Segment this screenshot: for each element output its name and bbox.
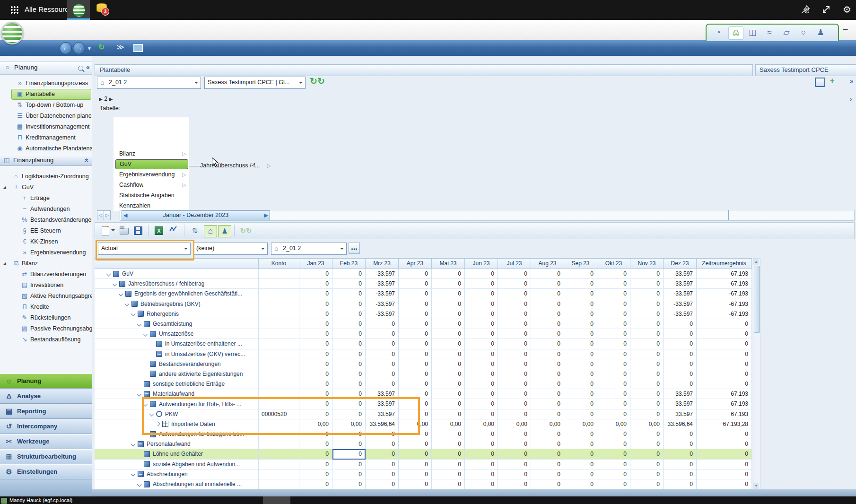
grid-cell[interactable]: 0 xyxy=(630,460,664,469)
grid-cell[interactable]: 0,00 xyxy=(531,419,564,429)
grid-cell[interactable]: 0 xyxy=(366,339,399,349)
column-header-jan-23[interactable]: Jan 23 xyxy=(299,259,332,269)
period-next-icon[interactable]: ▷ xyxy=(104,210,111,220)
grid-row-label[interactable]: Abschreibungen xyxy=(95,469,259,479)
grid-cell[interactable]: 0 xyxy=(564,309,597,319)
grid-cell[interactable]: 0 xyxy=(399,349,432,359)
grid-cell[interactable]: 0 xyxy=(399,429,432,439)
nav-menu-item-bilanz[interactable]: Bilanz▷ xyxy=(115,149,187,159)
grid-cell[interactable]: 0 xyxy=(564,359,597,369)
grid-cell[interactable]: 0 xyxy=(465,460,498,469)
search-icon[interactable] xyxy=(78,66,83,71)
sidebar-tree-item-bestandsauflösung[interactable]: ↘Bestandsauflösung xyxy=(0,334,92,345)
grid-cell[interactable]: 0 xyxy=(531,299,564,309)
grid-cell[interactable]: 0 xyxy=(432,469,465,479)
grid-cell[interactable]: 0,00 xyxy=(299,419,332,429)
grid-cell[interactable]: 0 xyxy=(332,299,366,309)
grid-cell[interactable]: 33.597 xyxy=(366,399,399,409)
grid-cell[interactable]: 0 xyxy=(465,369,498,379)
grid-cell[interactable]: 0 xyxy=(465,299,498,309)
home-view-icon[interactable]: ⌂ xyxy=(204,225,217,237)
grid-cell[interactable]: 0 xyxy=(597,449,630,459)
grid-cell[interactable]: 0 xyxy=(630,309,664,319)
back-icon[interactable]: ← xyxy=(60,42,72,54)
grid-cell[interactable]: 0 xyxy=(597,429,630,439)
grid-cell[interactable]: 0 xyxy=(332,349,366,359)
grid-cell[interactable]: 0 xyxy=(366,349,399,359)
sidebar-item-top-down-bottom-up[interactable]: ⇅Top-down / Bottom-up xyxy=(0,100,92,110)
grid-cell-konto[interactable] xyxy=(259,339,299,349)
grid-cell-total[interactable]: 0 xyxy=(697,349,752,359)
grid-cell[interactable]: 0 xyxy=(399,319,432,329)
grid-cell[interactable]: 0 xyxy=(531,469,564,479)
grid-cell[interactable]: 0 xyxy=(498,460,531,469)
allocation-dropdown[interactable]: (keine) xyxy=(193,243,268,255)
grid-cell[interactable]: 0 xyxy=(597,349,630,359)
sidebar-item-kreditmanagement[interactable]: ΠKreditmanagement xyxy=(0,132,92,143)
sidebar-item-automatische-plandatenanbi[interactable]: ◉Automatische Plandatenanbi... xyxy=(0,143,92,154)
grid-cell[interactable]: 0 xyxy=(630,389,664,399)
grid-cell[interactable]: 0 xyxy=(332,289,366,299)
grid-row-label[interactable]: sonstige betriebliche Erträge xyxy=(95,379,259,389)
grid-cell[interactable]: 0 xyxy=(630,269,664,279)
grid-cell-total[interactable]: -67.193 xyxy=(697,289,752,299)
grid-cell[interactable]: 0 xyxy=(664,379,697,389)
grid-cell[interactable]: 0 xyxy=(498,449,531,459)
column-header-zeitraumergebnis[interactable]: Zeitraumergebnis xyxy=(697,259,752,269)
apps-grid-icon[interactable] xyxy=(10,6,19,14)
grid-cell[interactable]: 0 xyxy=(366,359,399,369)
grid-cell[interactable]: 0 xyxy=(597,379,630,389)
grid-cell[interactable]: 0 xyxy=(465,279,498,289)
grid-cell[interactable]: 0 xyxy=(531,369,564,379)
scenario-filter-dropdown[interactable]: ⌂ 2_01 2 xyxy=(271,243,347,255)
grid-cell[interactable]: 0 xyxy=(664,339,697,349)
row-expander-icon[interactable] xyxy=(137,391,142,396)
grid-cell[interactable]: 0 xyxy=(299,289,332,299)
grid-cell[interactable]: 0 xyxy=(299,309,332,319)
grid-cell[interactable]: 0 xyxy=(564,369,597,379)
grid-cell-konto[interactable] xyxy=(259,359,299,369)
grid-cell-konto[interactable] xyxy=(259,419,299,429)
dataset-dropdown[interactable]: Saxess Testimport CPCE | Gl... xyxy=(204,77,306,89)
grid-row-label[interactable]: Jahresüberschuss /-fehlbetrag xyxy=(95,279,259,289)
grid-cell-total[interactable]: 0 xyxy=(697,379,752,389)
refresh-icon[interactable]: ↻ xyxy=(98,43,105,52)
scenario-dropdown[interactable]: ⌂ 2_01 2 xyxy=(97,77,201,89)
sidebar-tree-item-bilanzveränderungen[interactable]: ⇄Bilanzveränderungen xyxy=(0,269,92,279)
grid-cell[interactable]: -33.597 xyxy=(366,309,399,319)
table-layout-icon[interactable] xyxy=(815,78,825,87)
grid-cell[interactable]: 0 xyxy=(664,319,697,329)
grid-cell[interactable]: 0 xyxy=(399,329,432,339)
hr-person-list-icon[interactable]: ♟ xyxy=(813,26,828,39)
grid-row-label[interactable]: Personalaufwand xyxy=(95,439,259,449)
grid-cell[interactable]: 0 xyxy=(498,349,531,359)
grid-cell[interactable]: 0 xyxy=(564,469,597,479)
grid-cell[interactable]: 0 xyxy=(564,449,597,459)
grid-cell[interactable]: 0 xyxy=(597,409,630,419)
row-expander-icon[interactable] xyxy=(113,281,117,286)
column-header-apr-23[interactable]: Apr 23 xyxy=(399,259,432,269)
grid-cell[interactable]: 0 xyxy=(531,289,564,299)
more-options-button[interactable]: ... xyxy=(349,243,360,254)
grid-cell[interactable]: 33.596,64 xyxy=(366,419,399,429)
grid-row-label[interactable]: Aufwendungen für Roh-, Hilfs- ... xyxy=(95,399,259,409)
grid-cell[interactable]: 0 xyxy=(432,309,465,319)
grid-cell[interactable]: 33.597 xyxy=(664,409,697,419)
grid-row-label[interactable]: Löhne und Gehälter xyxy=(95,449,259,459)
panel-expand-icon[interactable]: › xyxy=(850,96,852,103)
grid-cell-total[interactable]: -67.193 xyxy=(697,269,752,279)
grid-cell[interactable]: 0 xyxy=(399,309,432,319)
grid-cell[interactable]: 0 xyxy=(498,289,531,299)
grid-cell[interactable]: 0 xyxy=(465,319,498,329)
grid-cell[interactable]: 0 xyxy=(498,409,531,419)
grid-cell-konto[interactable] xyxy=(259,269,299,279)
grid-cell[interactable]: 0 xyxy=(630,289,664,299)
grid-cell[interactable]: 0 xyxy=(664,359,697,369)
grid-cell[interactable]: 0 xyxy=(332,460,366,469)
grid-cell[interactable]: 0 xyxy=(597,319,630,329)
grid-cell[interactable]: 0 xyxy=(432,429,465,439)
grid-cell[interactable]: 0 xyxy=(664,369,697,379)
column-header-rows[interactable] xyxy=(95,259,259,269)
grid-cell[interactable]: 0 xyxy=(465,429,498,439)
grid-cell[interactable]: 0 xyxy=(498,329,531,339)
